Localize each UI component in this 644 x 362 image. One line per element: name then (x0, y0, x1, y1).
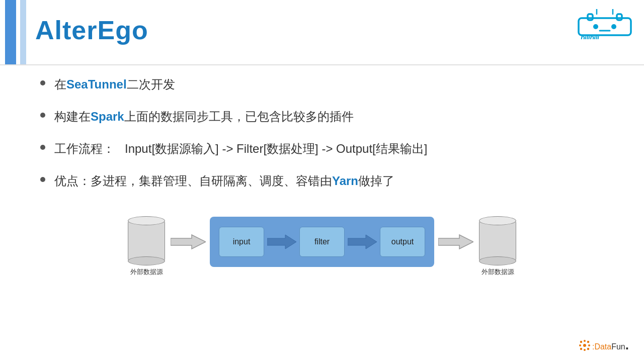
highlight-seatunnel: SeaTunnel (66, 77, 127, 91)
list-item: 优点：多进程，集群管理、自研隔离、调度、容错由Yarn做掉了 (40, 172, 614, 190)
highlight-yarn: Yarn (332, 174, 358, 188)
right-cylinder: 外部数据源 (477, 216, 518, 277)
output-label: output (391, 237, 414, 246)
svg-point-21 (588, 344, 590, 346)
list-item: 在SeaTunnel二次开发 (40, 75, 614, 94)
bullet-marker (40, 145, 45, 150)
bullet-marker (40, 177, 45, 182)
input-box: input (219, 227, 264, 257)
datafun-fun-part: Fun (611, 342, 625, 351)
bullet-marker (40, 80, 45, 85)
bullet-text-1: 在SeaTunnel二次开发 (54, 75, 175, 94)
left-arrow (171, 233, 206, 251)
cylinder-bottom-right (479, 256, 516, 265)
pipeline-container: input filter output (210, 217, 434, 267)
left-accent-decoration (0, 0, 26, 65)
page-title: AlterEgo (35, 15, 148, 45)
svg-point-17 (587, 347, 589, 349)
left-cylinder: 外部数据源 (126, 216, 167, 277)
bullet-list: 在SeaTunnel二次开发 构建在Spark上面的数据同步工具，已包含比较多的… (40, 75, 614, 190)
inner-arrow-2 (348, 233, 377, 251)
svg-marker-11 (348, 235, 377, 249)
output-box: output (380, 227, 425, 257)
bullet-text-4: 优点：多进程，集群管理、自研隔离、调度、容错由Yarn做掉了 (54, 172, 394, 190)
highlight-spark: Spark (91, 110, 124, 123)
cylinder-body-right (479, 221, 516, 261)
bullet-text-2: 构建在Spark上面的数据同步工具，已包含比较多的插件 (54, 108, 354, 126)
inner-arrow-1 (267, 233, 296, 251)
svg-point-19 (584, 349, 586, 351)
right-arrow (438, 233, 473, 251)
architecture-diagram: 外部数据源 input filter outpu (126, 216, 518, 277)
svg-point-20 (579, 344, 581, 346)
accent-bar-secondary (20, 0, 26, 65)
filter-label: filter (314, 237, 330, 246)
svg-point-15 (587, 340, 589, 342)
datafun-text: :DataFun. (592, 337, 629, 353)
bullet-text-3: 工作流程： Input[数据源输入] -> Filter[数据处理] -> Ou… (54, 140, 427, 158)
svg-marker-9 (171, 235, 206, 249)
cylinder-top-left (128, 216, 165, 225)
datafun-logo: :DataFun. (579, 337, 629, 353)
bullet-marker (40, 113, 45, 118)
input-label: input (233, 237, 251, 246)
cylinder-body-left (128, 221, 165, 261)
list-item: 构建在Spark上面的数据同步工具，已包含比较多的插件 (40, 108, 614, 126)
svg-point-16 (580, 347, 582, 349)
cylinder-top-right (479, 216, 516, 225)
left-cylinder-label: 外部数据源 (130, 267, 163, 277)
svg-point-18 (584, 340, 586, 342)
datafun-star-icon (579, 340, 590, 351)
page-header: AlterEgo (35, 15, 634, 45)
svg-point-13 (583, 344, 586, 347)
cylinder-bottom-left (128, 256, 165, 265)
svg-marker-10 (267, 235, 296, 249)
datafun-dot-part: . (625, 337, 629, 352)
svg-marker-12 (438, 235, 473, 249)
main-content: 在SeaTunnel二次开发 构建在Spark上面的数据同步工具，已包含比较多的… (40, 75, 614, 204)
right-cylinder-label: 外部数据源 (481, 267, 514, 277)
filter-box: filter (299, 227, 345, 257)
svg-point-14 (580, 340, 582, 342)
header-divider (0, 64, 644, 65)
datafun-data-part: :Data (592, 342, 611, 351)
accent-bar-primary (5, 0, 16, 65)
list-item: 工作流程： Input[数据源输入] -> Filter[数据处理] -> Ou… (40, 140, 614, 158)
